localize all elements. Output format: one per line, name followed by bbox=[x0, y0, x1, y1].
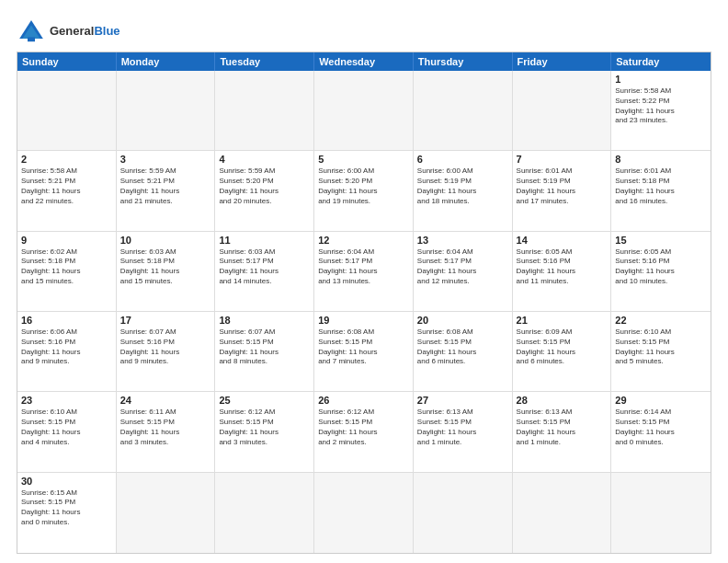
day-number: 19 bbox=[318, 315, 409, 326]
day-info: Sunrise: 6:00 AMSunset: 5:19 PMDaylight:… bbox=[417, 167, 508, 206]
day-number: 6 bbox=[417, 154, 508, 165]
day-number: 14 bbox=[517, 235, 608, 246]
day-info: Sunrise: 6:05 AMSunset: 5:16 PMDaylight:… bbox=[517, 247, 608, 287]
day-cell-10: 10Sunrise: 6:03 AMSunset: 5:18 PMDayligh… bbox=[117, 232, 216, 312]
day-number: 4 bbox=[219, 154, 310, 165]
day-info: Sunrise: 6:13 AMSunset: 5:15 PMDaylight:… bbox=[517, 408, 608, 447]
header-day-sunday: Sunday bbox=[17, 52, 117, 71]
day-info: Sunrise: 6:05 AMSunset: 5:16 PMDaylight:… bbox=[615, 247, 707, 287]
day-cell-23: 23Sunrise: 6:10 AMSunset: 5:15 PMDayligh… bbox=[17, 392, 117, 472]
empty-cell bbox=[314, 473, 414, 553]
day-number: 17 bbox=[120, 315, 211, 326]
empty-cell bbox=[215, 71, 314, 151]
day-number: 3 bbox=[120, 154, 211, 165]
calendar: SundayMondayTuesdayWednesdayThursdayFrid… bbox=[17, 52, 711, 554]
day-cell-21: 21Sunrise: 6:09 AMSunset: 5:15 PMDayligh… bbox=[513, 312, 612, 392]
day-info: Sunrise: 6:09 AMSunset: 5:15 PMDaylight:… bbox=[517, 327, 608, 367]
empty-cell bbox=[414, 473, 513, 553]
day-number: 26 bbox=[318, 395, 409, 406]
day-info: Sunrise: 5:59 AMSunset: 5:21 PMDaylight:… bbox=[120, 167, 211, 206]
day-cell-5: 5Sunrise: 6:00 AMSunset: 5:20 PMDaylight… bbox=[314, 151, 414, 231]
day-info: Sunrise: 6:07 AMSunset: 5:15 PMDaylight:… bbox=[219, 327, 310, 367]
day-cell-16: 16Sunrise: 6:06 AMSunset: 5:16 PMDayligh… bbox=[17, 312, 117, 392]
empty-cell bbox=[513, 71, 612, 151]
empty-cell bbox=[513, 473, 612, 553]
day-info: Sunrise: 6:11 AMSunset: 5:15 PMDaylight:… bbox=[120, 408, 211, 447]
day-cell-9: 9Sunrise: 6:02 AMSunset: 5:18 PMDaylight… bbox=[17, 232, 117, 312]
day-info: Sunrise: 6:01 AMSunset: 5:19 PMDaylight:… bbox=[517, 167, 608, 206]
day-number: 7 bbox=[517, 154, 608, 165]
day-cell-26: 26Sunrise: 6:12 AMSunset: 5:15 PMDayligh… bbox=[314, 392, 414, 472]
day-number: 13 bbox=[417, 235, 508, 246]
day-info: Sunrise: 6:06 AMSunset: 5:16 PMDaylight:… bbox=[21, 327, 112, 367]
day-cell-7: 7Sunrise: 6:01 AMSunset: 5:19 PMDaylight… bbox=[513, 151, 612, 231]
empty-cell bbox=[17, 71, 117, 151]
day-cell-20: 20Sunrise: 6:08 AMSunset: 5:15 PMDayligh… bbox=[414, 312, 513, 392]
day-cell-2: 2Sunrise: 5:58 AMSunset: 5:21 PMDaylight… bbox=[17, 151, 117, 231]
day-info: Sunrise: 6:10 AMSunset: 5:15 PMDaylight:… bbox=[21, 408, 112, 447]
calendar-body: 1Sunrise: 5:58 AMSunset: 5:22 PMDaylight… bbox=[17, 71, 711, 553]
header: GeneralBlue bbox=[17, 17, 711, 46]
day-cell-1: 1Sunrise: 5:58 AMSunset: 5:22 PMDaylight… bbox=[611, 71, 711, 151]
day-cell-25: 25Sunrise: 6:12 AMSunset: 5:15 PMDayligh… bbox=[215, 392, 314, 472]
day-number: 20 bbox=[417, 315, 508, 326]
day-info: Sunrise: 6:03 AMSunset: 5:18 PMDaylight:… bbox=[120, 247, 211, 287]
day-info: Sunrise: 5:59 AMSunset: 5:20 PMDaylight:… bbox=[219, 167, 310, 206]
day-info: Sunrise: 6:12 AMSunset: 5:15 PMDaylight:… bbox=[219, 408, 310, 447]
day-info: Sunrise: 6:01 AMSunset: 5:18 PMDaylight:… bbox=[615, 167, 707, 206]
day-cell-24: 24Sunrise: 6:11 AMSunset: 5:15 PMDayligh… bbox=[117, 392, 216, 472]
day-info: Sunrise: 6:03 AMSunset: 5:17 PMDaylight:… bbox=[219, 247, 310, 287]
day-cell-30: 30Sunrise: 6:15 AMSunset: 5:15 PMDayligh… bbox=[17, 473, 117, 553]
day-number: 27 bbox=[417, 395, 508, 406]
day-info: Sunrise: 5:58 AMSunset: 5:21 PMDaylight:… bbox=[21, 167, 112, 206]
day-number: 22 bbox=[615, 315, 707, 326]
day-info: Sunrise: 6:12 AMSunset: 5:15 PMDaylight:… bbox=[318, 408, 409, 447]
day-number: 29 bbox=[615, 395, 707, 406]
header-day-saturday: Saturday bbox=[611, 52, 711, 71]
day-number: 21 bbox=[517, 315, 608, 326]
logo: GeneralBlue bbox=[17, 17, 120, 46]
day-cell-6: 6Sunrise: 6:00 AMSunset: 5:19 PMDaylight… bbox=[414, 151, 513, 231]
day-info: Sunrise: 5:58 AMSunset: 5:22 PMDaylight:… bbox=[615, 86, 707, 126]
day-number: 5 bbox=[318, 154, 409, 165]
empty-cell bbox=[314, 71, 414, 151]
day-cell-29: 29Sunrise: 6:14 AMSunset: 5:15 PMDayligh… bbox=[611, 392, 711, 472]
day-info: Sunrise: 6:00 AMSunset: 5:20 PMDaylight:… bbox=[318, 167, 409, 206]
calendar-header: SundayMondayTuesdayWednesdayThursdayFrid… bbox=[17, 52, 711, 71]
day-number: 30 bbox=[21, 476, 112, 487]
header-day-thursday: Thursday bbox=[414, 52, 513, 71]
day-info: Sunrise: 6:15 AMSunset: 5:15 PMDaylight:… bbox=[21, 488, 112, 528]
day-cell-4: 4Sunrise: 5:59 AMSunset: 5:20 PMDaylight… bbox=[215, 151, 314, 231]
day-info: Sunrise: 6:07 AMSunset: 5:16 PMDaylight:… bbox=[120, 327, 211, 367]
day-info: Sunrise: 6:04 AMSunset: 5:17 PMDaylight:… bbox=[417, 247, 508, 287]
day-number: 1 bbox=[615, 74, 707, 85]
day-number: 2 bbox=[21, 154, 112, 165]
day-cell-8: 8Sunrise: 6:01 AMSunset: 5:18 PMDaylight… bbox=[611, 151, 711, 231]
page: GeneralBlue SundayMondayTuesdayWednesday… bbox=[0, 0, 728, 563]
logo-text: GeneralBlue bbox=[50, 24, 120, 39]
day-info: Sunrise: 6:08 AMSunset: 5:15 PMDaylight:… bbox=[417, 327, 508, 367]
day-number: 9 bbox=[21, 235, 112, 246]
day-cell-12: 12Sunrise: 6:04 AMSunset: 5:17 PMDayligh… bbox=[314, 232, 414, 312]
day-number: 10 bbox=[120, 235, 211, 246]
logo-icon bbox=[17, 17, 46, 46]
day-cell-18: 18Sunrise: 6:07 AMSunset: 5:15 PMDayligh… bbox=[215, 312, 314, 392]
day-number: 11 bbox=[219, 235, 310, 246]
svg-rect-2 bbox=[28, 37, 35, 41]
header-day-tuesday: Tuesday bbox=[215, 52, 314, 71]
day-cell-19: 19Sunrise: 6:08 AMSunset: 5:15 PMDayligh… bbox=[314, 312, 414, 392]
day-number: 18 bbox=[219, 315, 310, 326]
day-info: Sunrise: 6:10 AMSunset: 5:15 PMDaylight:… bbox=[615, 327, 707, 367]
header-day-monday: Monday bbox=[117, 52, 216, 71]
day-info: Sunrise: 6:13 AMSunset: 5:15 PMDaylight:… bbox=[417, 408, 508, 447]
day-cell-28: 28Sunrise: 6:13 AMSunset: 5:15 PMDayligh… bbox=[513, 392, 612, 472]
day-cell-15: 15Sunrise: 6:05 AMSunset: 5:16 PMDayligh… bbox=[611, 232, 711, 312]
day-info: Sunrise: 6:02 AMSunset: 5:18 PMDaylight:… bbox=[21, 247, 112, 287]
day-number: 8 bbox=[615, 154, 707, 165]
day-cell-13: 13Sunrise: 6:04 AMSunset: 5:17 PMDayligh… bbox=[414, 232, 513, 312]
empty-cell bbox=[117, 473, 216, 553]
day-info: Sunrise: 6:14 AMSunset: 5:15 PMDaylight:… bbox=[615, 408, 707, 447]
day-cell-17: 17Sunrise: 6:07 AMSunset: 5:16 PMDayligh… bbox=[117, 312, 216, 392]
day-number: 16 bbox=[21, 315, 112, 326]
day-cell-14: 14Sunrise: 6:05 AMSunset: 5:16 PMDayligh… bbox=[513, 232, 612, 312]
